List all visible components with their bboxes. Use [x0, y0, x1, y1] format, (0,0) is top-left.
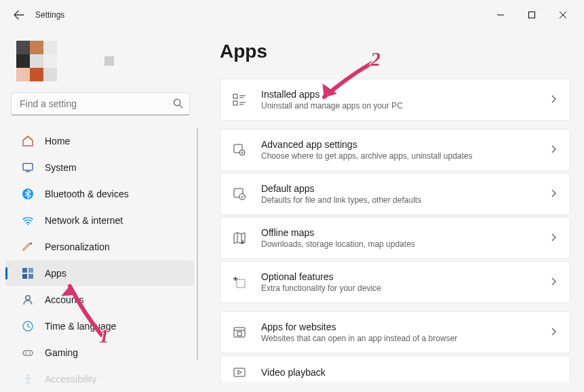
paint-icon: [22, 241, 34, 253]
window-title: Settings: [35, 10, 64, 20]
card-title: Apps for websites: [261, 321, 534, 332]
card-default-apps[interactable]: Default apps Defaults for file and link …: [220, 173, 570, 215]
sidebar-item-network[interactable]: Network & internet: [5, 208, 194, 233]
back-arrow-icon: [14, 9, 24, 20]
close-button[interactable]: [547, 4, 579, 26]
svg-rect-6: [28, 268, 33, 273]
sidebar: Home System Bluetooth & devices Network …: [0, 30, 201, 392]
page-title: Apps: [220, 41, 570, 62]
search-icon: [173, 98, 183, 109]
card-advanced-settings[interactable]: Advanced app settings Choose where to ge…: [220, 129, 570, 171]
video-icon: [233, 366, 246, 379]
system-icon: [22, 161, 34, 174]
wifi-icon: [22, 214, 34, 227]
svg-point-4: [27, 224, 28, 225]
default-apps-icon: [233, 187, 246, 201]
websites-icon: [233, 326, 246, 339]
status-indicator: [104, 56, 114, 66]
maximize-button[interactable]: [516, 4, 547, 26]
svg-rect-16: [233, 101, 237, 105]
sidebar-item-label: Accessibility: [45, 374, 96, 385]
card-installed-apps[interactable]: Installed apps Uninstall and manage apps…: [220, 79, 570, 121]
svg-point-1: [174, 99, 180, 105]
svg-point-14: [26, 374, 29, 377]
sidebar-item-home[interactable]: Home: [5, 128, 194, 154]
chevron-right-icon: [549, 327, 558, 338]
sidebar-item-apps[interactable]: Apps: [5, 260, 194, 286]
sidebar-item-accessibility[interactable]: Accessibility: [5, 366, 194, 392]
titlebar: Settings: [0, 0, 584, 30]
minimize-button[interactable]: [485, 4, 516, 26]
svg-point-13: [29, 353, 31, 354]
scrollbar[interactable]: [197, 128, 198, 360]
card-desc: Uninstall and manage apps on your PC: [261, 101, 534, 111]
sidebar-item-label: Personalization: [45, 241, 110, 252]
chevron-right-icon: [549, 233, 558, 243]
sidebar-item-label: Time & language: [45, 321, 116, 332]
sidebar-item-system[interactable]: System: [5, 155, 194, 180]
bluetooth-icon: [22, 188, 34, 200]
sidebar-item-accounts[interactable]: Accounts: [5, 287, 194, 313]
card-desc: Websites that can open in an app instead…: [261, 334, 534, 343]
card-apps-for-websites[interactable]: Apps for websites Websites that can open…: [220, 311, 570, 353]
accessibility-icon: [22, 373, 34, 385]
window-controls: [485, 4, 579, 26]
sidebar-item-personalization[interactable]: Personalization: [5, 234, 194, 260]
back-button[interactable]: [5, 1, 33, 28]
sidebar-item-label: Bluetooth & devices: [45, 189, 129, 199]
search-input[interactable]: [11, 92, 190, 115]
accounts-icon: [22, 294, 34, 306]
nav-list: Home System Bluetooth & devices Network …: [0, 128, 201, 392]
avatar: [16, 41, 57, 81]
svg-rect-8: [28, 274, 33, 279]
svg-rect-24: [234, 368, 245, 376]
card-desc: Downloads, storage location, map updates: [261, 239, 534, 249]
apps-icon: [22, 267, 34, 279]
sidebar-item-label: Accounts: [45, 294, 84, 305]
sidebar-item-label: System: [45, 162, 77, 173]
sidebar-item-gaming[interactable]: Gaming: [5, 340, 194, 366]
advanced-icon: [233, 143, 246, 157]
sidebar-item-label: Home: [45, 136, 70, 146]
svg-point-12: [25, 353, 26, 354]
svg-rect-15: [233, 94, 237, 98]
maximize-icon: [528, 12, 535, 18]
sidebar-item-bluetooth[interactable]: Bluetooth & devices: [5, 181, 194, 207]
gaming-icon: [22, 347, 34, 359]
svg-point-20: [239, 194, 246, 200]
card-title: Installed apps: [261, 89, 534, 100]
svg-rect-23: [237, 332, 241, 336]
profile-section[interactable]: [0, 35, 201, 92]
sidebar-item-label: Apps: [45, 268, 66, 279]
svg-rect-7: [22, 274, 27, 279]
close-icon: [560, 12, 566, 18]
sidebar-item-label: Network & internet: [45, 215, 123, 226]
svg-rect-2: [23, 163, 33, 170]
svg-rect-0: [529, 12, 535, 18]
chevron-right-icon: [549, 94, 558, 105]
card-offline-maps[interactable]: Offline maps Downloads, storage location…: [220, 217, 570, 259]
svg-rect-21: [237, 279, 245, 288]
card-title: Optional features: [261, 271, 534, 282]
card-title: Advanced app settings: [261, 139, 534, 150]
card-optional-features[interactable]: Optional features Extra functionality fo…: [220, 261, 570, 303]
card-desc: Defaults for file and link types, other …: [261, 195, 534, 205]
sidebar-item-label: Gaming: [45, 347, 78, 358]
card-title: Default apps: [261, 183, 534, 194]
chevron-right-icon: [549, 189, 558, 199]
svg-point-9: [26, 296, 30, 300]
chevron-right-icon: [549, 144, 558, 155]
content-area: Apps Installed apps Uninstall and manage…: [201, 30, 584, 392]
optional-icon: [233, 275, 246, 289]
installed-apps-icon: [233, 93, 246, 106]
sidebar-item-time[interactable]: Time & language: [5, 313, 194, 339]
svg-rect-5: [22, 268, 27, 273]
card-desc: Choose where to get apps, archive apps, …: [261, 151, 534, 161]
card-desc: Extra functionality for your device: [261, 283, 534, 293]
card-video-playback[interactable]: Video playback: [220, 355, 570, 382]
time-icon: [22, 320, 34, 332]
search-container: [11, 92, 190, 115]
minimize-icon: [497, 12, 504, 18]
card-title: Video playback: [261, 367, 558, 378]
chevron-right-icon: [549, 277, 558, 288]
